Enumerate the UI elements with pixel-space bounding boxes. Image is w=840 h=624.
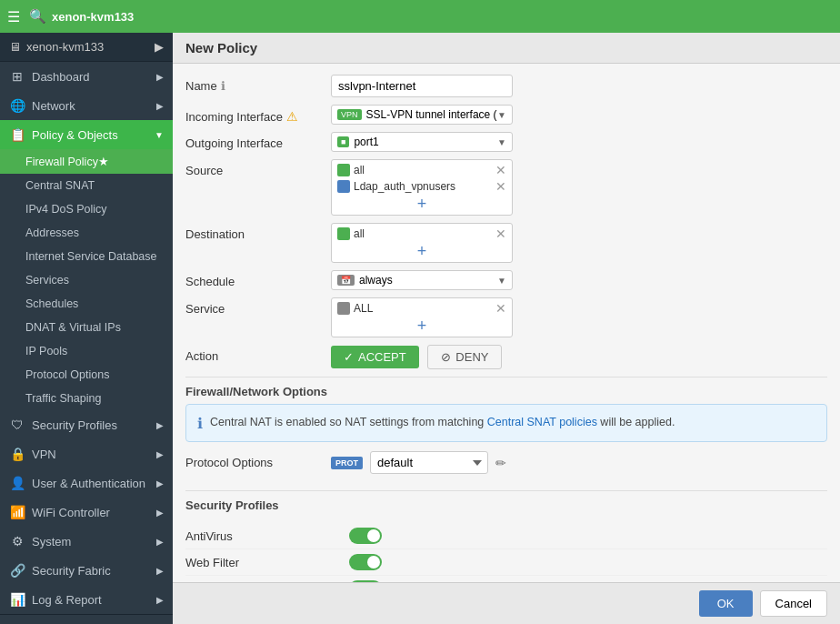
- chevron-right-icon: ▶: [156, 566, 164, 576]
- outgoing-dropdown-icon[interactable]: ▼: [497, 137, 506, 147]
- antivirus-toggle[interactable]: [349, 528, 382, 544]
- source-add-button[interactable]: +: [337, 196, 506, 212]
- log-report-icon: 📊: [9, 591, 25, 608]
- antivirus-label: AntiVirus: [185, 529, 349, 543]
- security-profiles-section: AntiVirus Web Filter: [185, 523, 827, 582]
- accept-check-icon: ✓: [344, 350, 354, 364]
- destination-container: all ✕ +: [331, 223, 513, 263]
- schedule-label: Schedule: [185, 270, 331, 288]
- action-control: ✓ ACCEPT ⊘ DENY: [331, 345, 827, 369]
- sidebar-item-security-profiles[interactable]: 🛡 Security Profiles ▶: [0, 410, 173, 439]
- firewall-options-title: Firewall/Network Options: [185, 377, 827, 404]
- sidebar-sub-label: Firewall Policy: [25, 156, 98, 168]
- name-info-icon: ℹ: [221, 79, 225, 93]
- service-add-button[interactable]: +: [337, 317, 506, 334]
- sidebar-item-central-snat[interactable]: Central SNAT: [0, 174, 173, 197]
- sidebar-item-network[interactable]: 🌐 Network ▶: [0, 91, 173, 120]
- sidebar-item-wifi[interactable]: 📶 WiFi Controller ▶: [0, 498, 173, 527]
- deny-label: DENY: [455, 350, 488, 364]
- protocol-edit-button[interactable]: ✏: [495, 456, 506, 470]
- source-ldap-remove[interactable]: ✕: [495, 179, 506, 194]
- outgoing-label: Outgoing Interface: [185, 132, 331, 150]
- service-all-label: ALL: [354, 302, 373, 315]
- main-layout: 🖥 xenon-kvm133 ▶ ⊞ Dashboard ▶ 🌐 Network…: [0, 33, 840, 624]
- accept-button[interactable]: ✓ ACCEPT: [331, 346, 419, 368]
- sidebar-item-firewall-policy[interactable]: Firewall Policy ★: [0, 149, 173, 174]
- sidebar-item-ip-pools[interactable]: IP Pools: [0, 339, 173, 363]
- central-snat-link[interactable]: Central SNAT policies: [487, 416, 597, 428]
- sidebar-item-label: Security Fabric: [32, 564, 111, 578]
- sidebar-item-ipv4-dos[interactable]: IPv4 DoS Policy: [0, 197, 173, 221]
- name-label: Name ℹ: [185, 75, 331, 93]
- schedule-control: 📅 always ▼: [331, 270, 827, 290]
- chevron-right-icon: ▶: [156, 420, 164, 430]
- protocol-options-row: Protocol Options PROT default ✏: [185, 451, 827, 483]
- port-badge: ■: [337, 136, 349, 147]
- sidebar-item-dnat[interactable]: DNAT & Virtual IPs: [0, 316, 173, 339]
- sidebar-sub-label: DNAT & Virtual IPs: [25, 321, 121, 334]
- sidebar-sub-label: IPv4 DoS Policy: [25, 203, 107, 216]
- source-all-row: all ✕: [337, 163, 506, 177]
- sidebar-item-label: Policy & Objects: [32, 128, 118, 142]
- chevron-right-icon: ▶: [156, 478, 164, 488]
- accept-label: ACCEPT: [358, 350, 406, 364]
- content-body: Name ℹ Incoming Interface ⚠ VP: [173, 64, 840, 582]
- name-input[interactable]: [331, 75, 513, 97]
- security-profiles-title: Security Profiles: [185, 490, 827, 518]
- sidebar-item-label: User & Authentication: [32, 477, 145, 490]
- destination-row: Destination all ✕ +: [185, 223, 827, 263]
- sidebar-item-internet-svc-db[interactable]: Internet Service Database: [0, 245, 173, 268]
- schedule-dropdown-icon[interactable]: ▼: [497, 276, 506, 286]
- source-ldap-row: Ldap_auth_vpnusers ✕: [337, 179, 506, 194]
- user-auth-icon: 👤: [9, 475, 25, 491]
- wifi-icon: 📶: [9, 504, 25, 520]
- source-container: all ✕ Ldap_auth_vpnusers ✕ +: [331, 159, 513, 216]
- sidebar-device-row: 🖥 xenon-kvm133 ▶: [0, 33, 173, 62]
- schedule-icon: 📅: [337, 275, 355, 286]
- sidebar-item-security-fabric[interactable]: 🔗 Security Fabric ▶: [0, 556, 173, 585]
- security-fabric-icon: 🔗: [9, 562, 25, 579]
- incoming-dropdown-icon[interactable]: ▼: [497, 110, 506, 120]
- dns-filter-toggle[interactable]: [349, 580, 382, 582]
- sidebar-item-protocol-options[interactable]: Protocol Options: [0, 363, 173, 387]
- bottom-bar: OK Cancel: [173, 582, 840, 624]
- chevron-right-icon: ▶: [156, 508, 164, 518]
- deny-button[interactable]: ⊘ DENY: [427, 345, 502, 369]
- dest-all-label: all: [354, 227, 365, 240]
- dest-all-remove[interactable]: ✕: [495, 226, 506, 241]
- sidebar-item-label: Log & Report: [32, 593, 102, 607]
- sidebar-item-addresses[interactable]: Addresses: [0, 221, 173, 245]
- service-all-remove[interactable]: ✕: [495, 301, 506, 316]
- cancel-button[interactable]: Cancel: [760, 590, 827, 617]
- sidebar-item-schedules[interactable]: Schedules: [0, 292, 173, 316]
- web-filter-label: Web Filter: [185, 556, 349, 569]
- sidebar-sub-label: Schedules: [25, 297, 78, 310]
- ok-button[interactable]: OK: [699, 590, 753, 617]
- sidebar-item-traffic-shaping[interactable]: Traffic Shaping: [0, 387, 173, 410]
- web-filter-row: Web Filter: [185, 549, 827, 576]
- chevron-right-icon: ▶: [156, 537, 164, 547]
- dns-filter-slider: [349, 580, 382, 582]
- protocol-options-control: PROT default ✏: [331, 451, 827, 474]
- sidebar-item-log-report[interactable]: 📊 Log & Report ▶: [0, 585, 173, 614]
- service-row: Service ALL ✕ +: [185, 297, 827, 337]
- incoming-control: VPN SSL-VPN tunnel interface (ssl.roo ▼: [331, 105, 827, 125]
- sidebar-item-system[interactable]: ⚙ System ▶: [0, 527, 173, 556]
- vpn-badge: VPN: [337, 109, 362, 120]
- content-wrapper: New Policy Name ℹ Incoming Interfa: [173, 33, 840, 624]
- protocol-select[interactable]: default: [370, 451, 488, 474]
- destination-add-button[interactable]: +: [337, 243, 506, 259]
- sidebar-item-vpn[interactable]: 🔒 VPN ▶: [0, 439, 173, 468]
- search-icon[interactable]: 🔍: [29, 8, 46, 25]
- hamburger-icon[interactable]: ☰: [7, 8, 20, 25]
- sidebar-item-dashboard[interactable]: ⊞ Dashboard ▶: [0, 62, 173, 91]
- source-label: Source: [185, 159, 331, 177]
- star-icon: ★: [98, 155, 109, 168]
- sidebar-item-policy-objects[interactable]: 📋 Policy & Objects ▼: [0, 120, 173, 149]
- action-row: Action ✓ ACCEPT ⊘ DENY: [185, 345, 827, 369]
- web-filter-toggle[interactable]: [349, 554, 382, 570]
- source-all-remove[interactable]: ✕: [495, 163, 506, 177]
- sidebar-item-services[interactable]: Services: [0, 268, 173, 292]
- sidebar-item-user-auth[interactable]: 👤 User & Authentication ▶: [0, 468, 173, 498]
- sidebar-sub-label: Internet Service Database: [25, 250, 157, 263]
